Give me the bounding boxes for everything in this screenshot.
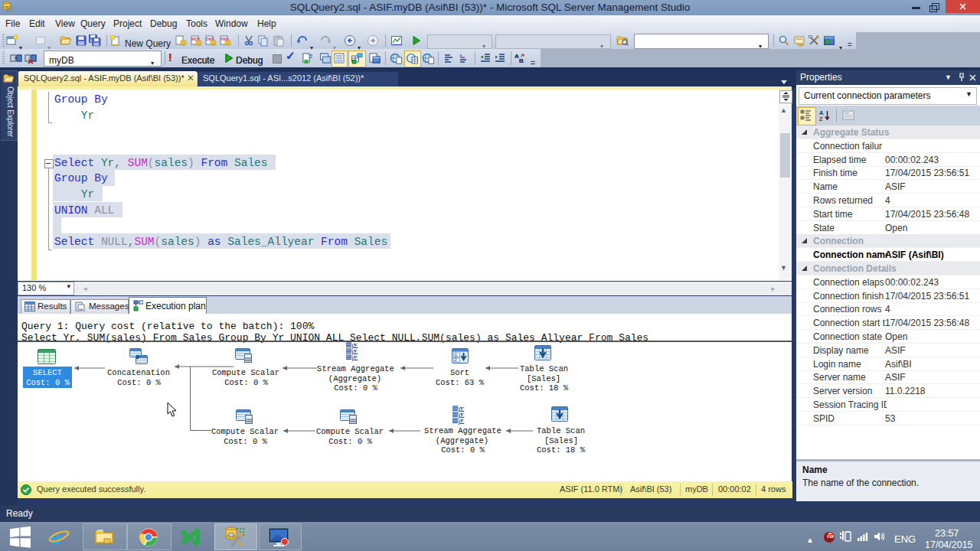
svg-text:F10: F10 xyxy=(828,535,834,539)
svg-text:B: B xyxy=(519,57,524,64)
svg-text:Z: Z xyxy=(819,116,823,122)
